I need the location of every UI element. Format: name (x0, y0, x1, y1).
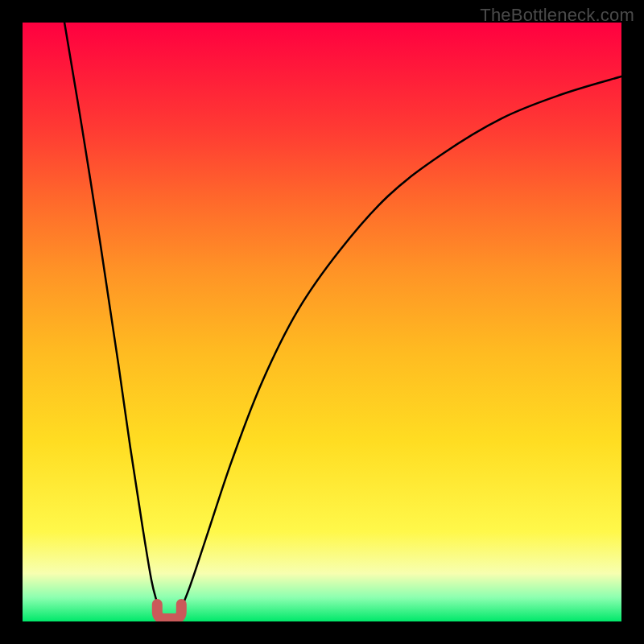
curve-left-branch (64, 23, 160, 616)
curve-right-branch (178, 76, 621, 616)
chart-svg (23, 23, 621, 621)
plot-area (23, 23, 621, 621)
minimum-marker (157, 605, 181, 619)
bottleneck-curve (64, 23, 621, 616)
watermark-text: TheBottleneck.com (480, 5, 634, 26)
chart-frame: TheBottleneck.com (0, 0, 644, 644)
